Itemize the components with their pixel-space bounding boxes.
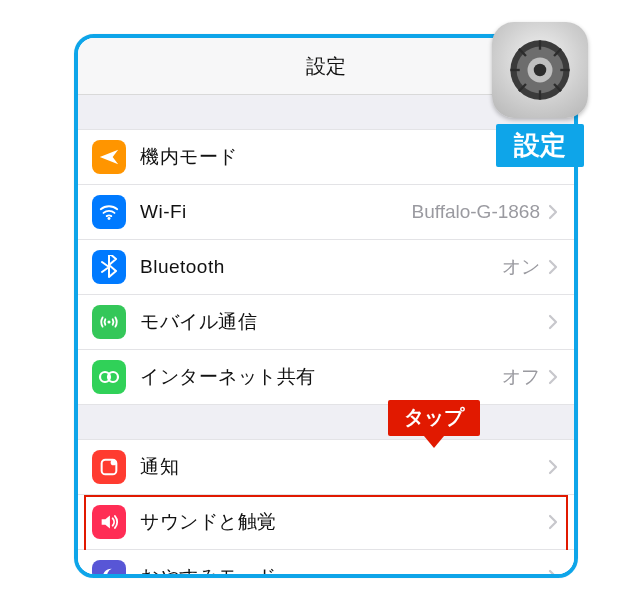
chevron-right-icon: [548, 259, 558, 275]
row-sounds-haptics[interactable]: サウンドと触覚: [78, 495, 574, 550]
svg-point-1: [107, 320, 110, 323]
notifications-icon: [92, 450, 126, 484]
row-label: サウンドと触覚: [140, 509, 277, 535]
chevron-right-icon: [548, 569, 558, 578]
row-label: おやすみモード: [140, 564, 277, 578]
bluetooth-icon: [92, 250, 126, 284]
sound-icon: [92, 505, 126, 539]
row-personal-hotspot[interactable]: インターネット共有 オフ: [78, 350, 574, 405]
row-value: オフ: [502, 364, 540, 390]
settings-app-caption: 設定: [496, 124, 584, 167]
wifi-icon: [92, 195, 126, 229]
settings-gear-icon: [492, 22, 588, 118]
row-bluetooth[interactable]: Bluetooth オン: [78, 240, 574, 295]
row-label: モバイル通信: [140, 309, 257, 335]
row-label: インターネット共有: [140, 364, 316, 390]
airplane-icon: [92, 140, 126, 174]
hotspot-icon: [92, 360, 126, 394]
row-label: 通知: [140, 454, 179, 480]
settings-app-badge: 設定: [480, 22, 600, 167]
chevron-right-icon: [548, 204, 558, 220]
cellular-icon: [92, 305, 126, 339]
page-title-text: 設定: [306, 53, 346, 80]
row-value: Buffalo-G-1868: [411, 201, 540, 223]
settings-list: 機内モード Wi-Fi Buffalo-G-1868 Bluetooth: [78, 95, 574, 578]
svg-point-0: [108, 217, 111, 220]
chevron-right-icon: [548, 314, 558, 330]
row-cellular[interactable]: モバイル通信: [78, 295, 574, 350]
row-do-not-disturb[interactable]: おやすみモード: [78, 550, 574, 578]
tap-callout-text: タップ: [404, 406, 464, 428]
dnd-icon: [92, 560, 126, 578]
chevron-right-icon: [548, 514, 558, 530]
row-label: Wi-Fi: [140, 201, 187, 223]
row-wifi[interactable]: Wi-Fi Buffalo-G-1868: [78, 185, 574, 240]
section-separator: [78, 405, 574, 440]
svg-point-5: [111, 459, 117, 465]
row-value: オン: [502, 254, 540, 280]
chevron-right-icon: [548, 459, 558, 475]
row-label: Bluetooth: [140, 256, 225, 278]
svg-point-17: [534, 64, 546, 76]
chevron-right-icon: [548, 369, 558, 385]
row-notifications[interactable]: 通知: [78, 440, 574, 495]
tap-callout: タップ: [388, 400, 480, 436]
row-label: 機内モード: [140, 144, 238, 170]
